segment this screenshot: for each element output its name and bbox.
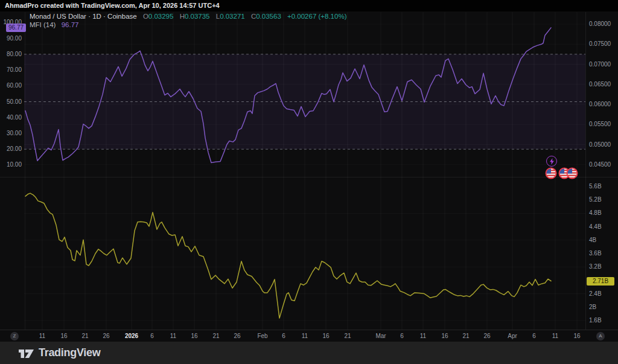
price-scale-label: 0.05500 — [589, 121, 611, 127]
accum-dist-scale-label: 3.6B — [589, 251, 602, 257]
price-scale-right-bottom[interactable]: 5.6B5.2B4.8B4.4B4B3.6B3.2B2.8B2.4B2B1.6B… — [585, 177, 618, 330]
tradingview-logo-icon — [18, 347, 34, 359]
close-value: 0.03563 — [256, 13, 281, 20]
accum-dist-plot-svg — [24, 177, 585, 330]
open-label: O — [143, 13, 148, 20]
close-label: C — [251, 13, 256, 20]
mfi-scale-label: 40.00 — [7, 115, 22, 121]
time-axis-label: 26 — [224, 333, 250, 340]
mfi-indicator-legend[interactable]: MFI (14) 96.77 — [30, 21, 78, 29]
mfi-scale-label: 10.00 — [7, 162, 22, 168]
mfi-indicator-value: 96.77 — [62, 21, 79, 28]
mfi-indicator-title[interactable]: MFI (14) — [30, 21, 56, 28]
high-value: 0.03735 — [185, 13, 210, 20]
auto-scale-badge[interactable]: A — [596, 332, 605, 340]
accum-dist-scale-label: 1.6B — [589, 318, 602, 324]
high-label: H — [180, 13, 185, 20]
lightning-bolt-glyph — [549, 158, 555, 165]
footer-toolbar: TradingView — [0, 342, 618, 364]
mfi-pane-plot[interactable] — [24, 12, 585, 177]
attribution-text: AhmadPro created with TradingView.com, A… — [5, 2, 220, 9]
change-value: +0.00267 (+8.10%) — [287, 13, 346, 20]
time-axis-label: 16 — [564, 333, 590, 340]
price-scale-label: 0.08000 — [589, 21, 611, 27]
accum-dist-last-value-badge: 2.71B — [587, 277, 614, 286]
tradingview-logo[interactable]: TradingView — [18, 346, 100, 359]
price-scale-label: 0.07500 — [589, 41, 611, 47]
accum-dist-pane-plot[interactable] — [24, 177, 585, 330]
accum-dist-scale-label: 5.6B — [589, 184, 602, 190]
mfi-scale-label: 30.00 — [7, 130, 22, 136]
time-axis-label: 21 — [334, 333, 361, 340]
price-scale-label: 0.06000 — [589, 101, 611, 107]
open-value: 0.03295 — [148, 13, 174, 20]
time-axis-label: 26 — [93, 333, 119, 340]
symbol-legend[interactable]: Monad / US Dollar · 1D · Coinbase O0.032… — [30, 13, 346, 21]
accum-dist-scale-label: 4B — [589, 237, 596, 243]
time-axis[interactable]: Z A 111621262026611162126Feb6111621Mar61… — [0, 330, 618, 342]
low-value: 0.03271 — [220, 13, 245, 20]
mfi-scale-label: 80.00 — [7, 51, 22, 57]
symbol-title[interactable]: Monad / US Dollar · 1D · Coinbase — [30, 13, 137, 20]
accum-dist-scale-label: 3.2B — [589, 264, 602, 270]
accum-dist-scale-label: 2B — [589, 304, 596, 310]
mfi-scale-label: 90.00 — [7, 36, 22, 42]
mfi-last-value-badge: 96.77 — [6, 24, 26, 32]
tradingview-logo-text: TradingView — [39, 346, 100, 359]
mfi-scale-label: 70.00 — [7, 67, 22, 73]
price-scale-label: 0.04500 — [589, 162, 611, 168]
time-axis-label: 26 — [474, 333, 500, 340]
lightning-event-icon[interactable] — [546, 156, 557, 167]
price-scale-label: 0.07000 — [589, 62, 611, 68]
accum-dist-scale-label: 4.8B — [589, 210, 602, 216]
accum-dist-line — [25, 193, 551, 318]
price-scale-right-top[interactable]: 0.080000.075000.070000.065000.060000.055… — [585, 12, 618, 177]
timezone-badge[interactable]: Z — [10, 332, 19, 340]
accum-dist-scale-label: 5.2B — [589, 197, 602, 203]
mfi-scale-label: 50.00 — [7, 99, 22, 105]
us-flag-event-icon[interactable] — [545, 167, 557, 179]
pane-separator[interactable] — [0, 177, 618, 177]
accum-dist-scale-label: 2.4B — [589, 291, 602, 297]
price-scale-label: 0.05000 — [589, 142, 611, 148]
attribution-bar: AhmadPro created with TradingView.com, A… — [0, 0, 618, 11]
mfi-scale-label: 60.00 — [7, 83, 22, 89]
mfi-left-price-scale[interactable]: 100.0090.0080.0070.0060.0050.0040.0030.0… — [0, 12, 25, 177]
accum-dist-scale-label: 4.4B — [589, 224, 602, 230]
mfi-scale-label: 20.00 — [7, 146, 22, 152]
us-flag-event-icon[interactable] — [566, 167, 578, 179]
price-scale-label: 0.06500 — [589, 81, 611, 88]
mfi-plot-svg — [24, 12, 585, 177]
tradingview-screenshot: AhmadPro created with TradingView.com, A… — [0, 0, 618, 364]
